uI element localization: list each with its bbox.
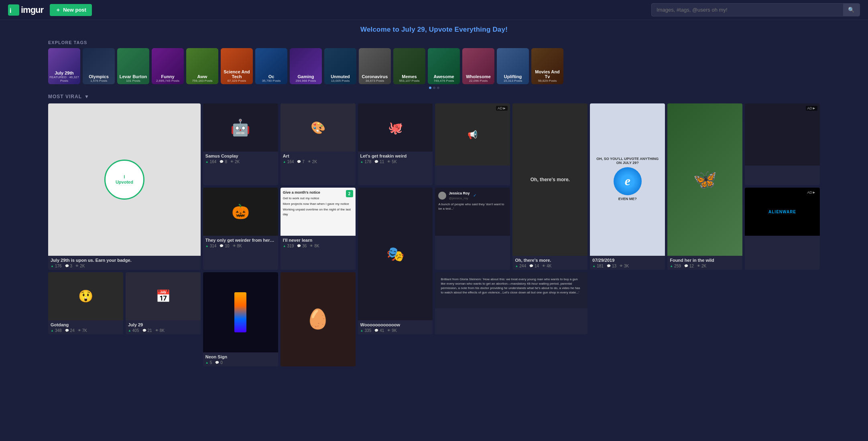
tag-card-memes[interactable]: Memes 553,107 Posts [393, 48, 425, 84]
post-notice[interactable]: 2 Give a month's notice Get to work out … [281, 188, 356, 269]
post-ad1[interactable]: AD► 📢 [435, 103, 510, 185]
verified-icon: ✓ [473, 193, 476, 198]
views: 2K [697, 264, 706, 268]
jessica-name: Jessica Roy [449, 191, 470, 196]
welcome-banner: Welcome to July 29, Upvote Everything Da… [0, 20, 868, 37]
logo-text: imgur [21, 5, 43, 15]
post-footer: Found her in the wild 259 12 2K [667, 256, 742, 270]
post-pumpkin[interactable]: 🎃 They only get weirder from here... 314… [203, 188, 278, 269]
tag-sub: 34,673 Posts [360, 79, 390, 83]
tag-name: Gaming [291, 74, 321, 79]
views: 8K [233, 244, 242, 248]
tag-card-scitech[interactable]: Science And Tech 67,329 Posts [221, 48, 253, 84]
comments: 8 [220, 160, 227, 164]
views: 8K [155, 328, 165, 333]
post-stats: 164 7 2K [283, 160, 353, 164]
post-ie[interactable]: OH, SO YOU'LL UPVOTE ANYTHING ON JULY 29… [590, 103, 665, 270]
post-footer: July 29 405 21 8K [126, 320, 201, 334]
tag-name: Memes [394, 74, 424, 79]
tag-card-olympics[interactable]: Olympics 1,576 Posts [83, 48, 115, 84]
upvotes: 164 [283, 160, 294, 164]
new-post-label: New post [63, 7, 86, 13]
tag-card-oc[interactable]: Oc 35,790 Posts [255, 48, 287, 84]
post-neon[interactable]: Neon Sign 5 0 [203, 272, 278, 366]
art-icon: 🎨 [311, 121, 325, 135]
post-found[interactable]: 🦋 Found her in the wild 259 12 2K [667, 103, 742, 270]
post-weird[interactable]: 🐙 Let's get freakin weird 178 11 5K [358, 103, 433, 185]
upvotes: 259 [670, 264, 681, 268]
post-stats: 348 24 7K [51, 328, 121, 333]
upvotes: 335 [360, 328, 372, 333]
tag-card-levar[interactable]: Levar Burton 101 Posts [117, 48, 149, 84]
tag-name: Uplifting [498, 74, 528, 79]
tag-sub: 67,329 Posts [222, 79, 252, 83]
post-footer: I'll never learn 319 36 8K [281, 236, 356, 250]
tag-card-july[interactable]: July 29th FEATURED · 46,327 Posts [48, 48, 80, 84]
post-ad2[interactable]: AD► [745, 103, 820, 185]
found-icon: 🦋 [693, 168, 717, 191]
tag-sub: 22,096 Posts [463, 79, 493, 83]
comments: 36 [297, 244, 307, 248]
tag-card-unmuted[interactable]: Unmuted 13,005 Posts [324, 48, 356, 84]
tag-card-movies[interactable]: Movies And Tv 59,829 Posts [531, 48, 563, 84]
search-button[interactable]: 🔍 [843, 4, 860, 16]
post-july29[interactable]: 📅 July 29 405 21 8K [126, 272, 201, 334]
tag-card-gaming[interactable]: Gaming 294,966 Posts [290, 48, 322, 84]
tag-sub: FEATURED · 46,327 Posts [49, 75, 79, 83]
tag-card-wholesome[interactable]: Wholesome 22,096 Posts [462, 48, 494, 84]
tag-name: Funny [153, 74, 183, 79]
tag-card-funny[interactable]: Funny 2,695,745 Posts [152, 48, 184, 84]
post-samus[interactable]: 🤖 Samus Cosplay 164 8 2K [203, 103, 278, 185]
post-alienware[interactable]: AD► ALIENWARE [745, 188, 820, 269]
search-input[interactable] [652, 4, 843, 16]
tag-sub: 294,966 Posts [291, 79, 321, 83]
tag-card-uplifting[interactable]: Uplifting 15,313 Posts [497, 48, 529, 84]
upvotes: 314 [205, 244, 217, 248]
post-grid: IUpvoted July 29th is upon us. Earn your… [48, 103, 820, 366]
upvotes: 244 [515, 264, 526, 268]
comments: 24 [65, 328, 75, 333]
post-upvote[interactable]: IUpvoted July 29th is upon us. Earn your… [48, 103, 201, 270]
post-stats: 5 0 [205, 360, 276, 365]
post-oh-more[interactable]: Oh, there's more. Oh, there's more. 244 … [512, 103, 587, 270]
samus-icon: 🤖 [230, 118, 250, 137]
tag-card-corona[interactable]: Coronavirus 34,673 Posts [359, 48, 391, 84]
tag-sub: 553,107 Posts [394, 79, 424, 83]
tag-card-awesome[interactable]: Awesome 749,476 Posts [428, 48, 460, 84]
tag-sub: 13,005 Posts [325, 79, 355, 83]
views: 2K [75, 264, 85, 268]
tag-name: Olympics [84, 74, 114, 79]
post-gloria[interactable]: Brilliant from Gloria Steinem: 'How abou… [435, 272, 587, 334]
oh-more-text: Oh, there's more. [531, 177, 570, 182]
ad-badge: AD► [806, 106, 817, 111]
post-jessica[interactable]: Jessica Roy @jessica_roy ✓ A bunch of pe… [435, 188, 510, 269]
post-stats: 176 3 2K [51, 264, 198, 268]
tag-name: Coronavirus [360, 74, 390, 79]
views: 3K [620, 264, 629, 268]
jessica-avatar [438, 192, 446, 200]
post-title: Woooooooooooow [360, 322, 431, 327]
ie-caption: OH, SO YOU'LL UPVOTE ANYTHING ON JULY 29… [593, 157, 662, 165]
born-icon: 🥚 [306, 308, 330, 330]
views: 9K [387, 328, 396, 333]
comments: 14 [529, 264, 539, 268]
explore-label: EXPLORE TAGS [48, 40, 820, 45]
post-gotdang[interactable]: 😲 Gotdang 348 24 7K [48, 272, 123, 334]
tag-name: July 29th [49, 71, 79, 75]
post-wooo[interactable]: 🎭 Woooooooooooow 335 41 9K [358, 188, 433, 334]
tag-sub: 1,576 Posts [84, 79, 114, 83]
tag-sub: 59,829 Posts [533, 79, 562, 83]
upvotes: 164 [205, 160, 217, 164]
post-footer: Oh, there's more. 244 14 4K [512, 256, 587, 270]
pumpkin-icon: 🎃 [232, 203, 250, 220]
post-born[interactable]: 🥚 [281, 272, 356, 366]
post-art[interactable]: 🎨 Art 164 7 2K [281, 103, 356, 185]
jessica-text: A bunch of people who said they 'don't w… [438, 202, 507, 211]
new-post-button[interactable]: ＋ New post [50, 4, 92, 16]
tag-card-aww[interactable]: Aww 759,163 Posts [186, 48, 218, 84]
notice-content: Give a month's notice Get to work out my… [281, 188, 356, 236]
comments: 13 [607, 264, 616, 268]
logo[interactable]: i imgur [8, 4, 43, 16]
dropdown-icon[interactable]: ▼ [84, 94, 89, 99]
post-stats: 178 11 5K [360, 160, 431, 164]
